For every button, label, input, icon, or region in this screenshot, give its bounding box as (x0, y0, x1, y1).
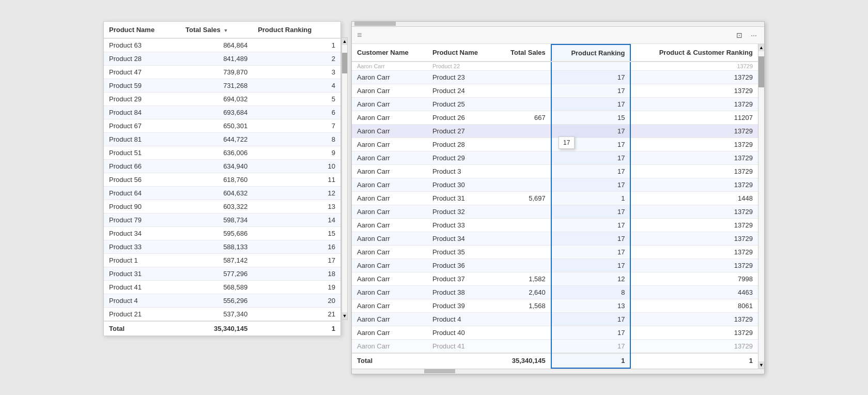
left-total-sales: 694,032 (180, 92, 253, 105)
left-table-row[interactable]: Product 56618,76011 (104, 173, 340, 186)
right-footer-label: Total (352, 353, 427, 368)
left-footer-total-sales: 35,340,145 (180, 321, 253, 336)
right-table-row[interactable]: Aaron CarrProduct 291713729 (352, 151, 758, 164)
left-table-row[interactable]: Product 64604,63212 (104, 186, 340, 200)
top-scroll-thumb[interactable] (354, 22, 396, 26)
right-table-row[interactable]: Aaron CarrProduct 401713729 (352, 326, 758, 339)
top-scrollbar[interactable] (352, 22, 764, 27)
right-scroll-thumb[interactable] (758, 56, 764, 87)
bottom-scrollbar[interactable] (352, 369, 764, 374)
left-table-row[interactable]: Product 31577,29618 (104, 267, 340, 280)
left-table-row[interactable]: Product 81644,7228 (104, 132, 340, 146)
right-table-cell: Aaron Carr (352, 299, 427, 312)
left-product-ranking: 20 (253, 294, 340, 307)
right-table-cell: Product 23 (427, 70, 495, 84)
right-footer-product-ranking: 1 (551, 353, 631, 368)
left-footer-label: Total (104, 321, 180, 336)
bottom-scroll-thumb[interactable] (424, 369, 455, 373)
left-table-row[interactable]: Product 84693,6846 (104, 105, 340, 119)
right-table-cell: 17 (551, 151, 631, 164)
right-col-product-name[interactable]: Product Name (427, 44, 495, 62)
right-table-row[interactable]: Aaron CarrProduct 341713729 (352, 232, 758, 245)
right-table-cell: 13729 (630, 339, 758, 353)
right-table-cell: Product 35 (427, 245, 495, 259)
right-table-row[interactable]: Aaron CarrProduct 391,568138061 (352, 299, 758, 312)
right-table-cell: 17 (551, 138, 631, 151)
right-table-cell: Product 27 (427, 124, 495, 138)
left-product-ranking: 15 (253, 226, 340, 240)
left-total-sales: 634,940 (180, 159, 253, 173)
left-col-product-ranking[interactable]: Product Ranking (253, 22, 340, 38)
left-table-row[interactable]: Product 33588,13316 (104, 240, 340, 253)
more-button[interactable]: ··· (749, 30, 759, 40)
left-product-name: Product 56 (104, 173, 180, 186)
left-table-row[interactable]: Product 29694,0325 (104, 92, 340, 105)
right-table-row[interactable]: Aaron CarrProduct 301713729 (352, 178, 758, 191)
left-table-row[interactable]: Product 51636,0069 (104, 146, 340, 159)
partial-row-cell: Product 22 (427, 62, 495, 71)
left-total-sales: 595,686 (180, 226, 253, 240)
right-table-cell: 17 (551, 164, 631, 178)
right-table-row[interactable]: Aaron CarrProduct 241713729 (352, 84, 758, 97)
left-table-row[interactable]: Product 21537,34021 (104, 307, 340, 321)
right-col-total-sales[interactable]: Total Sales (495, 44, 551, 62)
right-table-row[interactable]: Aaron CarrProduct 31713729 (352, 164, 758, 178)
left-product-name: Product 28 (104, 52, 180, 65)
left-product-name: Product 64 (104, 186, 180, 200)
right-table-row[interactable]: Aaron CarrProduct 361713729 (352, 259, 758, 272)
left-table-row[interactable]: Product 63864,8641 (104, 38, 340, 52)
right-table-row[interactable]: Aaron CarrProduct 351713729 (352, 245, 758, 259)
header-icons: ⊡ ··· (734, 30, 759, 40)
left-total-sales: 598,734 (180, 213, 253, 226)
left-product-name: Product 41 (104, 280, 180, 294)
left-table-row[interactable]: Product 1587,14217 (104, 253, 340, 267)
right-col-product-customer-ranking[interactable]: Product & Customer Ranking (630, 44, 758, 62)
right-col-product-ranking[interactable]: Product Ranking (551, 44, 631, 62)
left-product-name: Product 84 (104, 105, 180, 119)
left-col-total-sales[interactable]: Total Sales ▼ (180, 22, 253, 38)
expand-button[interactable]: ⊡ (734, 30, 745, 40)
left-table-row[interactable]: Product 59731,2684 (104, 79, 340, 92)
left-table-row[interactable]: Product 67650,3017 (104, 119, 340, 132)
right-scroll-up[interactable]: ▲ (758, 44, 764, 51)
right-table-row[interactable]: Aaron CarrProduct 331713729 (352, 218, 758, 232)
left-table-row[interactable]: Product 28841,4892 (104, 52, 340, 65)
left-panel: Product Name Total Sales ▼ Product Ranki… (103, 21, 341, 336)
left-table-row[interactable]: Product 90603,32213 (104, 200, 340, 213)
right-table-row[interactable]: Aaron CarrProduct 41713729 (352, 312, 758, 326)
left-scroll-up-arrow[interactable]: ▲ (342, 38, 347, 45)
right-table-row[interactable]: Aaron CarrProduct 251713729 (352, 97, 758, 111)
right-table-cell: Aaron Carr (352, 205, 427, 218)
right-table-row[interactable]: Aaron CarrProduct 411713729 (352, 339, 758, 353)
right-table-cell: Aaron Carr (352, 272, 427, 285)
right-table-row[interactable]: Aaron CarrProduct 271713729 (352, 124, 758, 138)
left-table-row[interactable]: Product 34595,68615 (104, 226, 340, 240)
right-table-cell: 13729 (630, 312, 758, 326)
right-table-row[interactable]: Aaron CarrProduct 371,582127998 (352, 272, 758, 285)
right-table-cell (495, 205, 551, 218)
right-col-customer-name[interactable]: Customer Name (352, 44, 427, 62)
right-table-row[interactable]: Aaron CarrProduct 231713729 (352, 70, 758, 84)
left-table-row[interactable]: Product 66634,94010 (104, 159, 340, 173)
left-product-name: Product 63 (104, 38, 180, 52)
left-total-sales: 731,268 (180, 79, 253, 92)
right-scroll-down[interactable]: ▼ (758, 361, 764, 369)
left-table-row[interactable]: Product 4556,29620 (104, 294, 340, 307)
right-table-row[interactable]: Aaron CarrProduct 315,69711448 (352, 191, 758, 205)
left-table-row[interactable]: Product 79598,73414 (104, 213, 340, 226)
right-table-row[interactable]: Aaron CarrProduct 266671511207 (352, 111, 758, 124)
right-table-row[interactable]: Aaron CarrProduct 321713729 (352, 205, 758, 218)
left-product-ranking: 8 (253, 132, 340, 146)
right-table-cell: 17 (551, 339, 631, 353)
right-table-row[interactable]: Aaron CarrProduct 382,64084463 (352, 285, 758, 299)
left-table-row[interactable]: Product 47739,8703 (104, 65, 340, 79)
right-table-cell: Aaron Carr (352, 151, 427, 164)
left-product-name: Product 51 (104, 146, 180, 159)
left-scroll-down-arrow[interactable]: ▼ (342, 312, 347, 320)
left-col-product-name[interactable]: Product Name (104, 22, 180, 38)
right-table-cell: 11207 (630, 111, 758, 124)
right-table-cell: 1 (551, 191, 631, 205)
left-table-row[interactable]: Product 41568,58919 (104, 280, 340, 294)
right-table-row[interactable]: Aaron CarrProduct 281713729 (352, 138, 758, 151)
left-scroll-thumb[interactable] (342, 53, 347, 73)
